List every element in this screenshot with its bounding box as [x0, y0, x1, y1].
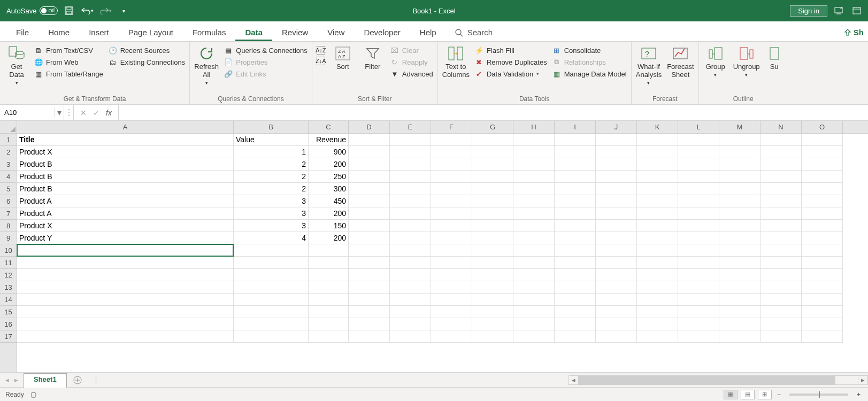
- cell[interactable]: [555, 195, 596, 207]
- cell[interactable]: [17, 269, 234, 281]
- cell[interactable]: [761, 269, 802, 281]
- cell[interactable]: [513, 306, 555, 318]
- cell[interactable]: [472, 195, 513, 207]
- tab-help[interactable]: Help: [410, 24, 446, 41]
- cell[interactable]: [678, 281, 719, 294]
- cell[interactable]: [719, 171, 761, 183]
- cell[interactable]: [555, 220, 596, 232]
- cell[interactable]: Product A: [17, 195, 234, 207]
- cell[interactable]: [17, 306, 234, 318]
- cell[interactable]: [431, 134, 472, 146]
- cell[interactable]: [678, 318, 719, 330]
- share-button[interactable]: Sh: [844, 28, 868, 41]
- column-header[interactable]: L: [678, 121, 719, 133]
- get-data-button[interactable]: Get Data▾: [4, 44, 29, 86]
- cell[interactable]: [802, 183, 843, 195]
- cell[interactable]: [390, 195, 431, 207]
- cell[interactable]: [513, 294, 555, 306]
- cell[interactable]: [349, 158, 390, 171]
- cell[interactable]: [761, 281, 802, 294]
- cell[interactable]: [596, 281, 637, 294]
- cell[interactable]: [472, 330, 513, 343]
- cell[interactable]: [637, 220, 678, 232]
- cell[interactable]: [234, 257, 309, 269]
- cell[interactable]: [472, 220, 513, 232]
- cell[interactable]: [802, 330, 843, 343]
- cell[interactable]: [719, 232, 761, 244]
- cell[interactable]: 3: [234, 220, 309, 232]
- cell[interactable]: [513, 220, 555, 232]
- cell[interactable]: [390, 294, 431, 306]
- cell[interactable]: [637, 183, 678, 195]
- cell[interactable]: [761, 244, 802, 257]
- cell[interactable]: [802, 220, 843, 232]
- cell[interactable]: [678, 171, 719, 183]
- cell[interactable]: [637, 244, 678, 257]
- zoom-out-button[interactable]: −: [775, 391, 783, 398]
- cell[interactable]: [719, 220, 761, 232]
- cell[interactable]: [472, 146, 513, 158]
- data-validation-button[interactable]: ✔Data Validation ▾: [475, 70, 547, 78]
- cell[interactable]: [349, 146, 390, 158]
- cell[interactable]: [349, 220, 390, 232]
- cell[interactable]: [678, 146, 719, 158]
- cell[interactable]: 200: [309, 232, 349, 244]
- cell[interactable]: [349, 318, 390, 330]
- cell[interactable]: [349, 244, 390, 257]
- cell[interactable]: [513, 146, 555, 158]
- cell[interactable]: [513, 171, 555, 183]
- cell[interactable]: [431, 171, 472, 183]
- cell[interactable]: 3: [234, 195, 309, 207]
- cell[interactable]: [431, 281, 472, 294]
- cell[interactable]: [234, 318, 309, 330]
- cell[interactable]: 200: [309, 207, 349, 220]
- cell[interactable]: [802, 294, 843, 306]
- cell[interactable]: [761, 330, 802, 343]
- undo-icon[interactable]: ▾: [80, 4, 94, 18]
- cell[interactable]: Product X: [17, 220, 234, 232]
- cell[interactable]: [390, 134, 431, 146]
- scroll-right-icon[interactable]: ▸: [858, 376, 867, 384]
- cell[interactable]: [761, 318, 802, 330]
- prev-sheet-icon[interactable]: ◂: [5, 376, 9, 384]
- cell[interactable]: 4: [234, 232, 309, 244]
- cell[interactable]: [349, 269, 390, 281]
- cell[interactable]: 250: [309, 171, 349, 183]
- new-sheet-button[interactable]: [67, 373, 88, 387]
- cell[interactable]: [596, 207, 637, 220]
- tab-home[interactable]: Home: [39, 24, 79, 41]
- cell[interactable]: [555, 294, 596, 306]
- cell[interactable]: [349, 171, 390, 183]
- cell[interactable]: [678, 244, 719, 257]
- ribbon-display-options-icon[interactable]: [832, 4, 846, 18]
- cell[interactable]: [431, 306, 472, 318]
- cell[interactable]: [596, 232, 637, 244]
- cell[interactable]: [678, 257, 719, 269]
- cell[interactable]: [637, 134, 678, 146]
- cell[interactable]: [349, 207, 390, 220]
- cell[interactable]: [472, 306, 513, 318]
- cell[interactable]: [472, 269, 513, 281]
- cell[interactable]: [234, 330, 309, 343]
- cell[interactable]: [349, 330, 390, 343]
- flash-fill-button[interactable]: ⚡Flash Fill: [475, 46, 547, 55]
- cell[interactable]: [678, 306, 719, 318]
- row-header[interactable]: 11: [0, 257, 17, 269]
- cell[interactable]: [431, 269, 472, 281]
- cell[interactable]: 450: [309, 195, 349, 207]
- cell[interactable]: [390, 257, 431, 269]
- queries-connections-button[interactable]: ▤Queries & Connections: [224, 46, 308, 55]
- row-header[interactable]: 14: [0, 294, 17, 306]
- name-box[interactable]: A10 ▾: [0, 105, 64, 120]
- cell[interactable]: [431, 232, 472, 244]
- scroll-thumb[interactable]: [579, 376, 835, 384]
- cell[interactable]: [309, 257, 349, 269]
- cell[interactable]: [513, 183, 555, 195]
- cell[interactable]: [17, 294, 234, 306]
- sort-button[interactable]: Z AA Z Sort: [331, 44, 355, 71]
- sheet-nav[interactable]: ◂▸: [0, 373, 24, 387]
- normal-view-icon[interactable]: ▦: [724, 390, 738, 399]
- cell[interactable]: 900: [309, 146, 349, 158]
- recent-sources-button[interactable]: 🕑Recent Sources: [109, 46, 185, 55]
- row-header[interactable]: 12: [0, 269, 17, 281]
